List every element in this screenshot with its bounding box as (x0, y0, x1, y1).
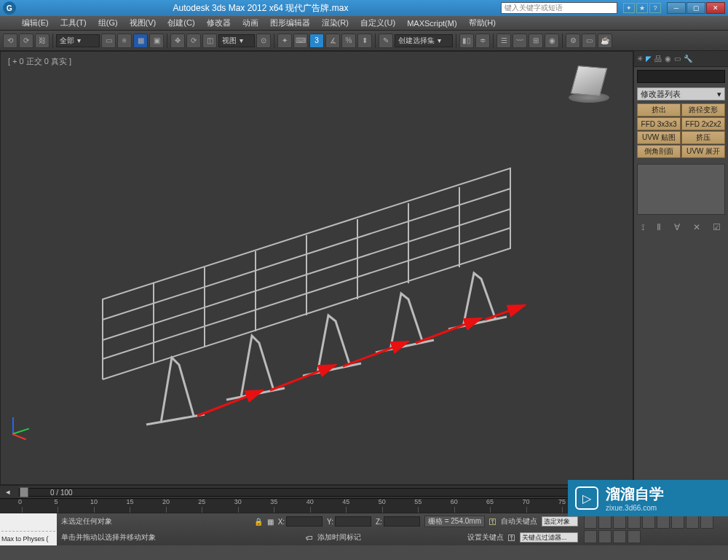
script-listener[interactable]: Max to Physes ( (0, 513, 57, 545)
menu-rendering[interactable]: 渲染(R) (317, 16, 353, 30)
object-name-field[interactable] (637, 70, 725, 83)
percent-snap-icon[interactable]: % (341, 33, 356, 48)
lock-icon[interactable]: 🔒 (254, 518, 263, 526)
menu-create[interactable]: 创建(C) (163, 16, 199, 30)
create-tab-icon[interactable]: ✳ (637, 55, 643, 63)
z-input[interactable] (384, 516, 420, 527)
edit-selection-icon[interactable]: ✎ (379, 33, 393, 48)
snap-toggle-icon[interactable]: 3 (309, 33, 324, 48)
configure-icon[interactable]: ☑ (713, 222, 721, 232)
menu-group[interactable]: 组(G) (94, 16, 122, 30)
move-icon[interactable]: ✥ (170, 33, 185, 48)
key-icon[interactable]: ⚿ (489, 518, 496, 526)
modifier-list-dropdown[interactable]: 修改器列表▾ (637, 87, 725, 100)
select-name-icon[interactable]: ≡ (117, 33, 132, 48)
nav-minmax-icon[interactable] (628, 530, 641, 543)
render-frame-icon[interactable]: ▭ (582, 33, 596, 48)
goto-start-icon[interactable] (584, 516, 597, 529)
motion-tab-icon[interactable]: ◉ (665, 55, 671, 63)
menu-tools[interactable]: 工具(T) (56, 16, 91, 30)
menu-animation[interactable]: 动画 (238, 16, 263, 30)
selection-set-dropdown[interactable]: 创建选择集▾ (395, 34, 453, 47)
mod-extrude[interactable]: 挤出 (637, 103, 681, 117)
autokey-button[interactable]: 自动关键点 (501, 516, 537, 527)
display-tab-icon[interactable]: ▭ (674, 55, 681, 63)
minimize-button[interactable]: ─ (667, 2, 686, 14)
nav-zextents-icon[interactable] (598, 530, 612, 543)
redo-icon[interactable]: ⟳ (19, 33, 33, 48)
menu-modifiers[interactable]: 修改器 (202, 16, 235, 30)
menu-maxscript[interactable]: MAXScript(M) (403, 17, 461, 29)
pivot-icon[interactable]: ⊙ (256, 33, 271, 48)
setkey-button[interactable]: 设置关键点 (467, 532, 504, 543)
play-icon[interactable] (613, 516, 626, 529)
refcoord-dropdown[interactable]: 视图▾ (218, 34, 255, 47)
curve-editor-icon[interactable]: 〰 (513, 33, 527, 48)
selection-filter-dropdown[interactable]: 全部▾ (56, 34, 100, 47)
help-icon[interactable]: ? (649, 3, 661, 13)
viewcube[interactable] (567, 66, 611, 110)
slider-collapse-icon[interactable]: ◂ (0, 487, 16, 497)
mod-uvw[interactable]: UVW 贴图 (637, 131, 681, 144)
pin-icon[interactable]: ⟟ (641, 222, 644, 232)
menu-views[interactable]: 视图(V) (125, 16, 161, 30)
mod-squeeze[interactable]: 挤压 (681, 131, 725, 144)
nav-max-icon[interactable] (700, 516, 713, 529)
mod-unwrap[interactable]: UVW 展开 (681, 145, 725, 158)
show-result-icon[interactable]: Ⅱ (657, 222, 661, 232)
selected-obj-dropdown[interactable]: 选定对象 (542, 516, 578, 527)
utilities-tab-icon[interactable]: 🔧 (684, 55, 692, 63)
select-region-icon[interactable]: ▦ (133, 33, 148, 48)
mod-ffd3[interactable]: FFD 3x3x3 (637, 117, 681, 130)
window-crossing-icon[interactable]: ▣ (149, 33, 164, 48)
y-input[interactable] (335, 516, 371, 527)
hierarchy-tab-icon[interactable]: 品 (654, 54, 662, 64)
x-input[interactable] (286, 516, 323, 527)
mod-pathdeform[interactable]: 路径变形 (681, 103, 725, 117)
unique-icon[interactable]: ∀ (674, 222, 680, 232)
select-icon[interactable]: ▭ (101, 33, 116, 48)
rotate-icon[interactable]: ⟳ (186, 33, 201, 48)
nav-region-icon[interactable] (613, 530, 626, 543)
nav-zoom-icon[interactable] (671, 516, 684, 529)
info-icon[interactable]: ✦ (623, 3, 635, 13)
app-icon[interactable]: G (3, 1, 16, 15)
keyboard-icon[interactable]: ⌨ (293, 33, 308, 48)
undo-icon[interactable]: ⟲ (3, 33, 17, 48)
nav-fov-icon[interactable] (584, 530, 597, 543)
menu-edit[interactable]: 编辑(E) (17, 16, 53, 30)
manipulate-icon[interactable]: ✦ (277, 33, 292, 48)
maximize-button[interactable]: ▢ (687, 2, 705, 14)
time-thumb[interactable] (20, 487, 28, 497)
layers-icon[interactable]: ☰ (496, 33, 511, 48)
link-icon[interactable]: ⛓ (35, 33, 50, 48)
modifier-stack[interactable] (637, 164, 725, 215)
keyfilter-dropdown[interactable]: 关键点过滤器... (520, 532, 578, 543)
timetag-icon[interactable]: 🏷 (306, 534, 313, 542)
render-setup-icon[interactable]: ⚙ (566, 33, 580, 48)
render-icon[interactable]: ☕ (598, 33, 612, 48)
spinner-snap-icon[interactable]: ⬍ (357, 33, 372, 48)
menu-help[interactable]: 帮助(H) (464, 16, 500, 30)
goto-end-icon[interactable] (642, 516, 655, 529)
mirror-icon[interactable]: ▮▯ (459, 33, 474, 48)
remove-icon[interactable]: ✕ (693, 222, 700, 232)
close-button[interactable]: ✕ (706, 2, 725, 14)
align-icon[interactable]: ≑ (475, 33, 490, 48)
viewport[interactable]: [ + 0 正交 0 真实 ] (0, 51, 633, 485)
mod-bevelprofile[interactable]: 倒角剖面 (637, 145, 681, 158)
scale-icon[interactable]: ◫ (202, 33, 217, 48)
modify-tab-icon[interactable]: ◤ (646, 55, 652, 63)
menu-grapheditors[interactable]: 图形编辑器 (266, 16, 314, 30)
nav-pan-icon[interactable] (657, 516, 670, 529)
material-icon[interactable]: ◉ (545, 33, 559, 48)
mod-ffd2[interactable]: FFD 2x2x2 (681, 117, 725, 130)
schematic-icon[interactable]: ⊞ (529, 33, 543, 48)
coordinates-icon[interactable]: ▦ (267, 518, 274, 526)
add-timetag-label[interactable]: 添加时间标记 (317, 532, 463, 543)
angle-snap-icon[interactable]: ∡ (325, 33, 340, 48)
nav-orbit-icon[interactable] (686, 516, 699, 529)
star-icon[interactable]: ★ (636, 3, 648, 13)
next-frame-icon[interactable] (628, 516, 641, 529)
key-big-icon[interactable]: ⚿ (508, 534, 515, 542)
